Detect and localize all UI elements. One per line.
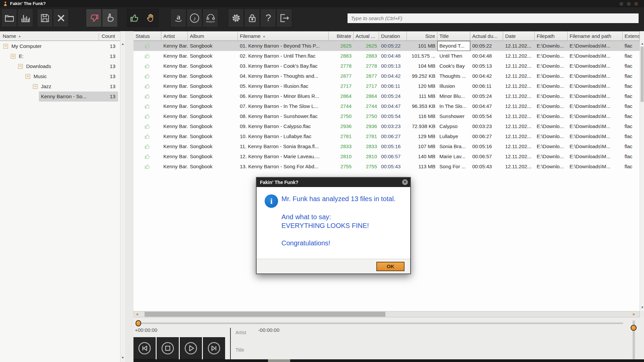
settings-button[interactable] bbox=[228, 9, 244, 27]
cell-size[interactable]: 116 MB bbox=[407, 111, 437, 121]
cell-date[interactable]: 12.11.202... bbox=[503, 152, 535, 162]
search-input[interactable] bbox=[347, 13, 639, 23]
cell-actual_duration[interactable]: 00:04:48 bbox=[470, 51, 503, 61]
cell-status[interactable] bbox=[133, 111, 161, 121]
cell-bitrate[interactable]: 2750 bbox=[329, 111, 354, 121]
minimize-button[interactable] bbox=[620, 2, 623, 6]
cell-duration[interactable]: 00:05:22 bbox=[379, 41, 407, 51]
cell-filename_and_path[interactable]: E:\Downloads\M... bbox=[568, 131, 623, 141]
cell-title[interactable]: Song For ... bbox=[437, 162, 470, 172]
cell-size[interactable]: 99.252 KB bbox=[407, 71, 437, 81]
cell-date[interactable]: 12.11.202... bbox=[503, 81, 535, 91]
cell-bitrate[interactable]: 2755 bbox=[329, 162, 354, 172]
cell-album[interactable]: Songbook bbox=[188, 111, 238, 121]
cell-size[interactable]: 140 MB bbox=[407, 152, 437, 162]
cell-title[interactable]: Illusion bbox=[437, 81, 470, 91]
cell-actual_bitrate[interactable]: 2810 bbox=[354, 152, 379, 162]
table-row[interactable]: Kenny Bar...Songbook10. Kenny Barron - L… bbox=[133, 131, 640, 141]
cell-album[interactable]: Songbook bbox=[188, 152, 238, 162]
cell-filepath[interactable]: E:\Downlo... bbox=[535, 152, 568, 162]
cell-status[interactable] bbox=[133, 51, 161, 61]
cell-extension[interactable]: flac bbox=[623, 51, 640, 61]
cell-title[interactable]: Sunshower bbox=[437, 111, 470, 121]
cell-filename[interactable]: 11. Kenny Barron - Sonia Braga.fl... bbox=[238, 141, 329, 152]
cell-actual_bitrate[interactable]: 2778 bbox=[354, 61, 379, 71]
cell-bitrate[interactable]: 2833 bbox=[329, 141, 354, 152]
table-scroll-down-icon[interactable]: ▼ bbox=[640, 305, 644, 310]
table-vertical-scrollbar[interactable]: ▲ ▼ bbox=[640, 31, 644, 311]
cell-bitrate[interactable]: 2717 bbox=[329, 81, 354, 91]
cell-duration[interactable]: 00:05:43 bbox=[379, 162, 407, 172]
cell-filename_and_path[interactable]: E:\Downloads\M... bbox=[568, 162, 623, 172]
help-button[interactable]: ? bbox=[260, 9, 276, 27]
cell-size[interactable]: 113 MB bbox=[407, 162, 437, 172]
cell-filename[interactable]: 02. Kenny Barron - Until Then.flac bbox=[238, 51, 329, 61]
column-header-album[interactable]: Album bbox=[188, 32, 238, 41]
cell-status[interactable] bbox=[133, 101, 161, 111]
tree-item-music[interactable]: −Music13 bbox=[0, 71, 120, 81]
table-scroll-thumb[interactable] bbox=[641, 47, 644, 102]
cell-actual_bitrate[interactable]: 2744 bbox=[354, 101, 379, 111]
cell-extension[interactable]: flac bbox=[623, 81, 640, 91]
cell-bitrate[interactable]: 2744 bbox=[329, 101, 354, 111]
cell-status[interactable] bbox=[133, 71, 161, 81]
cell-filename_and_path[interactable]: E:\Downloads\M... bbox=[568, 111, 623, 121]
cell-filename[interactable]: 10. Kenny Barron - Lullabye.flac bbox=[238, 131, 329, 141]
cell-duration[interactable]: 00:03:23 bbox=[379, 121, 407, 131]
column-header-extension[interactable]: Extension bbox=[623, 32, 640, 41]
cell-filename_and_path[interactable]: E:\Downloads\M... bbox=[568, 152, 623, 162]
cell-actual_bitrate[interactable]: 2877 bbox=[354, 71, 379, 81]
cell-filename[interactable]: 07. Kenny Barron - In The Slow L... bbox=[238, 101, 329, 111]
mark-fake-button[interactable] bbox=[86, 9, 102, 27]
table-horizontal-scrollbar[interactable]: ◄ ► bbox=[133, 311, 640, 317]
cell-extension[interactable]: flac bbox=[623, 91, 640, 101]
column-header-title[interactable]: Title bbox=[437, 32, 470, 41]
cell-extension[interactable]: flac bbox=[623, 141, 640, 152]
dialog-close-icon[interactable]: ✕ bbox=[402, 179, 408, 185]
cell-artist[interactable]: Kenny Bar... bbox=[161, 41, 188, 51]
tree-collapse-icon[interactable]: − bbox=[33, 84, 38, 89]
mark-suspicious-button[interactable] bbox=[102, 9, 118, 27]
cell-actual_bitrate[interactable]: 2833 bbox=[354, 141, 379, 152]
cell-actual_duration[interactable]: 00:06:27 bbox=[470, 131, 503, 141]
cell-album[interactable]: Songbook bbox=[188, 91, 238, 101]
column-header-actual_bitrate[interactable]: Actual ... bbox=[354, 32, 379, 41]
cell-filename_and_path[interactable]: E:\Downloads\M... bbox=[568, 141, 623, 152]
cell-artist[interactable]: Kenny Bar... bbox=[161, 162, 188, 172]
cell-filepath[interactable]: E:\Downlo... bbox=[535, 141, 568, 152]
cell-actual_duration[interactable]: 00:05:13 bbox=[470, 61, 503, 71]
cell-size[interactable]: 72.938 KB bbox=[407, 121, 437, 131]
cell-duration[interactable]: 00:06:57 bbox=[379, 152, 407, 162]
cell-date[interactable]: 12.11.202... bbox=[503, 162, 535, 172]
cell-filename_and_path[interactable]: E:\Downloads\M... bbox=[568, 71, 623, 81]
cell-size[interactable]: 111 MB bbox=[407, 91, 437, 101]
cell-title[interactable]: In The Slo... bbox=[437, 101, 470, 111]
cell-filepath[interactable]: E:\Downlo... bbox=[535, 91, 568, 101]
cell-album[interactable]: Songbook bbox=[188, 61, 238, 71]
cell-date[interactable]: 12.11.202... bbox=[503, 71, 535, 81]
cell-filepath[interactable]: E:\Downlo... bbox=[535, 71, 568, 81]
tree-item-kenny-barron-so[interactable]: Kenny Barron - So...13 bbox=[0, 92, 120, 102]
tree-collapse-icon[interactable]: − bbox=[25, 74, 30, 79]
cell-duration[interactable]: 00:04:47 bbox=[379, 101, 407, 111]
cell-bitrate[interactable]: 2810 bbox=[329, 152, 354, 162]
cell-actual_duration[interactable]: 00:06:57 bbox=[470, 152, 503, 162]
cell-status[interactable] bbox=[133, 131, 161, 141]
cell-size[interactable]: 96.353 KB bbox=[407, 101, 437, 111]
cell-title[interactable]: Cook's Bay bbox=[437, 61, 470, 71]
column-header-bitrate[interactable]: Bitrate bbox=[329, 32, 354, 41]
cell-bitrate[interactable]: 2778 bbox=[329, 61, 354, 71]
play-button[interactable] bbox=[180, 337, 202, 359]
cell-duration[interactable]: 00:05:13 bbox=[379, 61, 407, 71]
cell-bitrate[interactable]: 2877 bbox=[329, 71, 354, 81]
cell-filename[interactable]: 12. Kenny Barron - Marie Laveau.... bbox=[238, 152, 329, 162]
cell-artist[interactable]: Kenny Bar... bbox=[161, 131, 188, 141]
cell-filepath[interactable]: E:\Downlo... bbox=[535, 41, 568, 51]
cell-album[interactable]: Songbook bbox=[188, 81, 238, 91]
table-row[interactable]: Kenny Bar...Songbook03. Kenny Barron - C… bbox=[133, 61, 640, 71]
itunes-button[interactable]: ♪ bbox=[186, 9, 202, 27]
cell-actual_duration[interactable]: 00:05:24 bbox=[470, 91, 503, 101]
cell-actual_duration[interactable]: 00:04:42 bbox=[470, 71, 503, 81]
column-header-filename[interactable]: Filename▲ bbox=[238, 32, 329, 41]
cell-title[interactable]: Minor Blu... bbox=[437, 91, 470, 101]
